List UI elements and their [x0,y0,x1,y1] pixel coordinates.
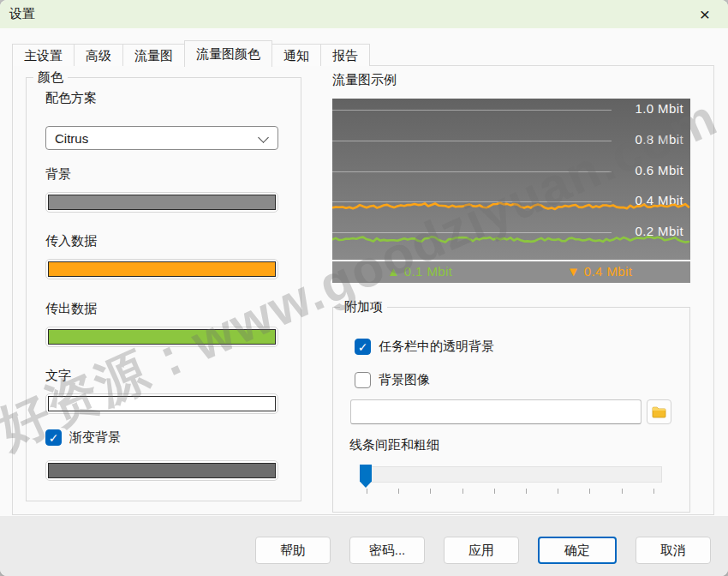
extras-group: 附加项 ✓ 任务栏中的透明背景 ✓ 背景图像 线条间距和粗细 [332,307,690,513]
traffic-preview-title: 流量图示例 [332,72,397,88]
graph-status-bar: ▲ 0.1 Mbit ▼ 0.4 Mbit [332,260,690,283]
tab-advanced[interactable]: 高级 [74,44,123,66]
tab-traffic-graph-colors[interactable]: 流量图颜色 [184,40,272,67]
incoming-color-swatch[interactable] [45,259,278,279]
tab-bar: 主设置 高级 流量图 流量图颜色 通知 报告 [12,39,370,66]
color-scheme-label: 配色方案 [45,90,97,106]
gradient-color-swatch[interactable] [45,460,278,481]
text-color-swatch[interactable] [45,393,278,414]
text-color-label: 文字 [45,368,71,384]
folder-icon [652,406,666,418]
extras-group-legend: 附加项 [340,299,387,315]
tab-reports[interactable]: 报告 [320,44,370,66]
close-button[interactable]: × [689,0,721,28]
chevron-down-icon [258,132,269,143]
transparent-background-checkbox-row[interactable]: ✓ 任务栏中的透明背景 [355,339,494,355]
incoming-color-fill [48,261,276,277]
slider-tick-marks [367,489,656,494]
graph-plot: 1.0 Mbit0.8 Mbit0.6 Mbit0.4 Mbit0.2 Mbit [332,99,690,260]
gradient-background-checkbox-row[interactable]: ✓ 渐变背景 [45,429,121,446]
browse-folder-button[interactable] [647,399,671,424]
background-image-checkbox[interactable]: ✓ [355,372,371,388]
settings-dialog: 设置 × 主设置 高级 流量图 流量图颜色 通知 报告 颜色 配色方案 Citr… [0,0,728,576]
upload-line [332,237,689,242]
tab-main-settings[interactable]: 主设置 [12,44,75,66]
cancel-button[interactable]: 取消 [636,537,711,564]
transparent-background-label[interactable]: 任务栏中的透明背景 [379,339,494,355]
window-title: 设置 [9,6,35,22]
incoming-color-label: 传入数据 [45,233,97,249]
outgoing-color-label: 传出数据 [45,301,97,317]
colors-group: 颜色 配色方案 Citrus 背景 传入数据 传出数据 文字 ✓ 渐变背景 [26,77,301,501]
password-button[interactable]: 密码... [349,537,425,564]
help-button[interactable]: 帮助 [255,537,331,564]
close-icon: × [700,5,710,23]
download-line [332,203,689,209]
outgoing-color-swatch[interactable] [45,327,278,347]
download-rate-text: ▼ 0.4 Mbit [567,264,632,279]
gradient-background-checkbox[interactable]: ✓ [45,429,62,446]
line-spacing-label: 线条间距和粗细 [349,437,439,453]
upload-rate-text: ▲ 0.1 Mbit [387,264,452,279]
color-scheme-select[interactable]: Citrus [45,126,278,150]
color-scheme-value: Citrus [55,131,88,146]
background-color-label: 背景 [45,166,71,183]
check-icon: ✓ [49,432,59,444]
tab-traffic-graph[interactable]: 流量图 [122,44,185,66]
traffic-lines [332,99,690,260]
gradient-color-fill [48,463,276,478]
background-image-path-input[interactable] [350,399,641,424]
traffic-graph-preview: 1.0 Mbit0.8 Mbit0.6 Mbit0.4 Mbit0.2 Mbit… [332,99,690,283]
gradient-background-label[interactable]: 渐变背景 [69,429,121,446]
tab-notifications[interactable]: 通知 [272,44,321,66]
line-spacing-slider-track[interactable] [361,466,662,483]
text-color-fill [48,396,276,411]
transparent-background-checkbox[interactable]: ✓ [355,339,371,355]
background-color-fill [48,195,276,210]
background-image-label[interactable]: 背景图像 [379,372,430,388]
check-icon: ✓ [358,341,368,353]
titlebar: 设置 × [0,0,728,28]
line-spacing-slider-thumb[interactable] [360,465,372,488]
outgoing-color-fill [48,329,276,345]
background-color-swatch[interactable] [45,192,278,213]
colors-group-legend: 颜色 [33,69,68,86]
ok-button[interactable]: 确定 [538,537,617,564]
apply-button[interactable]: 应用 [444,537,519,564]
footer-button-bar: 帮助 密码... 应用 确定 取消 [0,516,728,576]
background-image-checkbox-row[interactable]: ✓ 背景图像 [355,372,430,388]
